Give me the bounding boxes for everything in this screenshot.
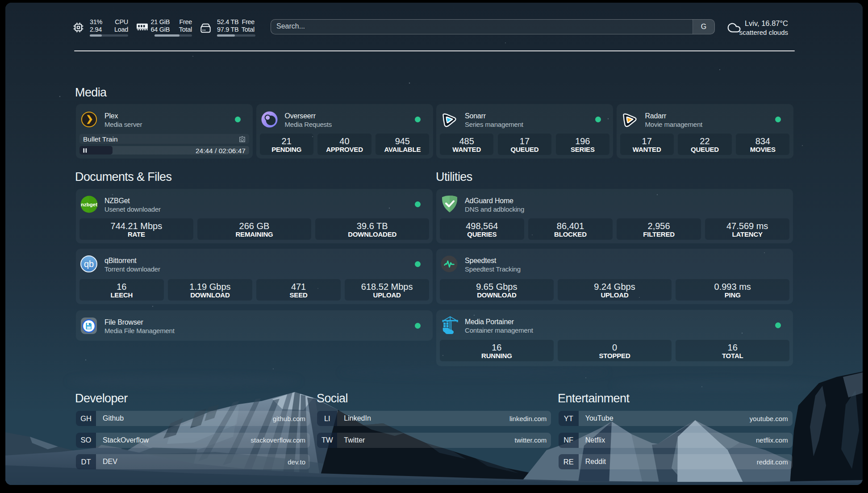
svg-text:qb: qb bbox=[84, 259, 94, 269]
svg-text:nzbget: nzbget bbox=[81, 202, 97, 207]
